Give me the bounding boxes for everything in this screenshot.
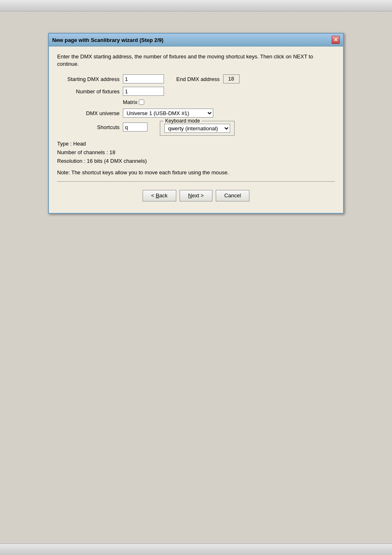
matrix-label: Matrix — [123, 99, 137, 105]
keyboard-mode-select[interactable]: qwerty (international) — [164, 124, 230, 133]
dialog-content: Enter the DMX starting address, the numb… — [49, 46, 343, 213]
separator — [57, 181, 335, 182]
num-fixtures-label: Number of fixtures — [57, 88, 123, 95]
dmx-universe-row: DMX universe Universe 1 (USB-DMX #1) — [57, 109, 335, 118]
dmx-universe-label: DMX universe — [57, 110, 123, 116]
end-dmx-label: End DMX address — [176, 76, 220, 82]
note-text: Note: The shortcut keys allow you to mov… — [57, 169, 335, 176]
title-bar: New page with Scanlibrary wizard (Step 2… — [49, 34, 343, 46]
back-button-label: < Back — [151, 192, 168, 199]
dmx-universe-select[interactable]: Universe 1 (USB-DMX #1) — [123, 109, 213, 118]
matrix-checkbox[interactable] — [139, 99, 144, 105]
num-fixtures-input[interactable] — [123, 87, 164, 96]
type-line: Type : Head — [57, 140, 335, 148]
end-dmx-row: End DMX address 18 — [176, 74, 240, 83]
button-row: < Back Next > Cancel — [57, 187, 335, 206]
next-button[interactable]: Next > — [180, 190, 212, 201]
keyboard-mode-group: Keyboard mode qwerty (international) — [160, 121, 235, 136]
bottom-bar — [0, 543, 392, 555]
back-button[interactable]: < Back — [143, 190, 176, 201]
dialog-title: New page with Scanlibrary wizard (Step 2… — [52, 37, 164, 43]
top-bar — [0, 0, 392, 12]
cancel-button[interactable]: Cancel — [216, 190, 249, 201]
shortcuts-row: Shortcuts — [57, 123, 148, 132]
matrix-row: Matrix — [57, 99, 335, 105]
starting-dmx-label: Starting DMX address — [57, 76, 123, 82]
shortcuts-label: Shortcuts — [57, 124, 123, 130]
num-fixtures-row: Number of fixtures — [57, 87, 335, 96]
end-dmx-value: 18 — [223, 74, 240, 83]
cancel-button-label: Cancel — [224, 192, 241, 199]
info-section: Type : Head Number of channels : 18 Reso… — [57, 140, 335, 165]
starting-dmx-row: Starting DMX address End DMX address 18 — [57, 74, 335, 83]
shortcuts-area: Shortcuts Keyboard mode qwerty (internat… — [57, 121, 335, 136]
starting-dmx-input[interactable] — [123, 74, 164, 83]
close-button[interactable]: ✕ — [332, 36, 340, 44]
description-text: Enter the DMX starting address, the numb… — [57, 53, 335, 68]
channels-line: Number of channels : 18 — [57, 148, 335, 157]
next-button-label: Next > — [188, 192, 204, 199]
keyboard-mode-legend: Keyboard mode — [164, 118, 202, 124]
form-area: Starting DMX address End DMX address 18 … — [57, 74, 335, 136]
resolution-line: Resolution : 16 bits (4 DMX channels) — [57, 157, 335, 166]
shortcuts-input[interactable] — [123, 123, 148, 132]
dialog-window: New page with Scanlibrary wizard (Step 2… — [48, 33, 344, 214]
